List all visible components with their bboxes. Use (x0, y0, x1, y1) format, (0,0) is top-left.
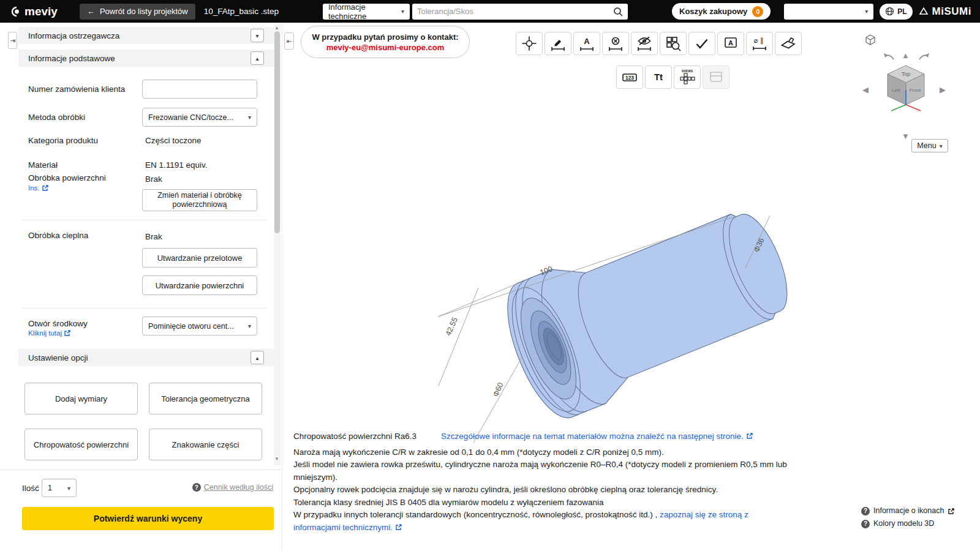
sidebar-bottom-bar: Ilość 1 ▾ ? Cennik według ilości Potwier… (0, 470, 282, 551)
surface-hardening-button[interactable]: Utwardzanie powierzchni (142, 276, 257, 295)
numbering-icon: 123 (622, 69, 638, 85)
center-hole-link[interactable]: Kliknij tutaj (28, 329, 71, 337)
material-value: EN 1.1191 equiv. (145, 160, 208, 170)
external-link-icon (64, 329, 71, 337)
geometric-tolerance-tool-button[interactable]: ⌀ ∥ (746, 32, 773, 55)
rotate-down-icon[interactable]: ▼ (902, 132, 910, 141)
search-input[interactable] (417, 7, 613, 16)
svg-text:∥: ∥ (760, 37, 764, 45)
chevron-down-icon: ▾ (248, 114, 251, 121)
text-size-button[interactable]: Tt (645, 66, 672, 89)
hide-dimension-button[interactable] (631, 32, 658, 55)
edit-dimension-button[interactable] (545, 32, 571, 55)
surface-roughness-button[interactable]: Chropowatość powierzchni (24, 429, 138, 460)
view-menu-button[interactable]: Menu ▾ (911, 139, 948, 152)
surface-finish-icon (780, 36, 796, 51)
rotate-left-icon[interactable] (883, 52, 895, 62)
chevron-down-icon: ▾ (67, 485, 70, 492)
technical-info-dropdown[interactable]: Informacje techniczne ▾ (323, 4, 410, 20)
roughness-note: Chropowatość powierzchni Ra6.3 (293, 430, 417, 443)
edit-dimension-icon (550, 36, 566, 51)
divider (22, 220, 266, 220)
disabled-tool-icon (708, 69, 724, 85)
sidebar-scrollbar-thumb[interactable] (274, 31, 280, 233)
materials-info-link[interactable]: Szczegółowe informacje na temat materiał… (441, 430, 753, 443)
scroll-up-icon[interactable]: ▲ (274, 25, 279, 31)
part-marking-button[interactable]: Znakowanie części (149, 429, 262, 460)
svg-text:6VIEWS: 6VIEWS (681, 70, 693, 73)
text-dimension-icon: A (579, 36, 595, 51)
detail-view-button[interactable] (660, 32, 687, 55)
svg-text:Front: Front (910, 88, 921, 93)
order-number-input[interactable] (142, 80, 257, 99)
rotate-left-arrow-icon[interactable]: ◀ (862, 85, 869, 94)
chevron-up-icon: ▴ (255, 354, 258, 361)
basic-info-toggle-button[interactable]: ▴ (251, 51, 264, 65)
cart-button[interactable]: Koszyk zakupowy 0 (672, 3, 771, 20)
top-bar: meviy ← Powrót do listy projektów 10_FAt… (0, 0, 980, 23)
chevron-down-icon: ▾ (940, 143, 943, 149)
heat-treatment-label: Obróbka cieplna (28, 231, 88, 240)
svg-text:⌀: ⌀ (754, 37, 758, 44)
divider (22, 308, 266, 309)
language-selector[interactable]: PL (880, 4, 912, 20)
technical-notes: Chropowatość powierzchni Ra6.3 Szczegóło… (293, 430, 794, 534)
datum-target-icon (521, 36, 537, 51)
ins-link[interactable]: Ins. (28, 184, 49, 192)
svg-text:A: A (728, 39, 733, 47)
change-material-button[interactable]: Zmień materiał i obróbkę powierzchniową (142, 189, 257, 211)
through-hardening-button[interactable]: Utwardzanie przelotowe (142, 248, 257, 268)
model-colors-link[interactable]: ? Kolory modelu 3D (861, 517, 955, 530)
icons-info-link[interactable]: ? Informacje o ikonach (861, 504, 955, 517)
back-to-projects-button[interactable]: ← Powrót do listy projektów (80, 4, 195, 20)
open-file-name: 10_FAtp_basic .step (204, 7, 279, 16)
center-hole-select[interactable]: Pominięcie otworu cent... ▾ (142, 317, 257, 335)
datum-target-button[interactable] (516, 32, 543, 55)
viewer-area: ⇤ W przypadku pytań prosimy o kontakt: m… (282, 23, 980, 551)
isometric-view-icon[interactable] (864, 34, 876, 46)
surface-finish-tool-button[interactable] (775, 32, 802, 55)
meviy-logo[interactable]: meviy (9, 5, 58, 18)
confirm-quote-button[interactable]: Potwierdź warunki wyceny (22, 507, 274, 530)
add-dimensions-button[interactable]: Dodaj wymiary (24, 383, 138, 414)
search-box (412, 4, 628, 20)
text-size-icon: Tt (650, 69, 666, 85)
note-item-tolerance: W przypadku innych tolerancji standardow… (293, 509, 794, 534)
rotate-right-arrow-icon[interactable]: ▶ (940, 85, 946, 94)
scroll-down-icon[interactable]: ▼ (274, 456, 279, 462)
external-link-icon (395, 523, 402, 531)
contact-email[interactable]: meviy-eu@misumi-europe.com (326, 43, 445, 52)
rotate-up-icon[interactable]: ▲ (902, 51, 910, 60)
text-dimension-button[interactable]: A (573, 32, 600, 55)
model-3d-viewport[interactable]: 100 42.55 Φ60 Φ36 (380, 202, 809, 447)
chevron-down-icon: ▾ (401, 8, 404, 15)
expand-warning-panel-button[interactable]: ⇥ (8, 32, 17, 49)
collapse-sidebar-button[interactable]: ⇤ (284, 32, 294, 50)
options-toggle-button[interactable]: ▴ (251, 351, 264, 364)
chevron-down-icon: ▾ (248, 323, 251, 329)
numbering-button[interactable]: 123 (616, 66, 643, 89)
six-views-button[interactable]: 6VIEWS (674, 66, 701, 89)
material-label: Materiał (28, 160, 58, 170)
view-cube-widget: ▲ ◀ ▶ ▼ Top Left Front Menu ▾ (859, 34, 952, 176)
delete-dimension-button[interactable] (602, 32, 629, 55)
search-icon[interactable] (613, 7, 623, 17)
quantity-select[interactable]: 1 ▾ (42, 479, 77, 497)
view-cube[interactable]: Top Left Front (883, 62, 929, 114)
misumi-logo: MiSUMi (919, 6, 971, 18)
verify-check-button[interactable] (688, 32, 715, 55)
annotation-text-button[interactable]: A (717, 32, 744, 55)
machining-method-select[interactable]: Frezowanie CNC/tocze... ▾ (142, 108, 257, 127)
project-dropdown[interactable]: ▾ (784, 4, 873, 20)
svg-text:A: A (584, 37, 590, 46)
pricing-by-quantity-link[interactable]: ? Cennik według ilości (192, 483, 273, 492)
help-links: ? Informacje o ikonach ? Kolory modelu 3… (861, 504, 955, 530)
meviy-app: meviy ← Powrót do listy projektów 10_FAt… (0, 0, 980, 551)
rotate-right-icon[interactable] (918, 52, 930, 62)
geometric-tolerance-button[interactable]: Tolerancja geometryczna (149, 383, 262, 414)
category-value: Części toczone (145, 136, 202, 145)
surface-treatment-label: Obróbka powierzchni (28, 173, 106, 182)
contact-bubble: W przypadku pytań prosimy o kontakt: mev… (301, 26, 470, 58)
svg-text:42.55: 42.55 (444, 316, 460, 337)
warning-section-toggle-button[interactable]: ▾ (251, 29, 264, 42)
